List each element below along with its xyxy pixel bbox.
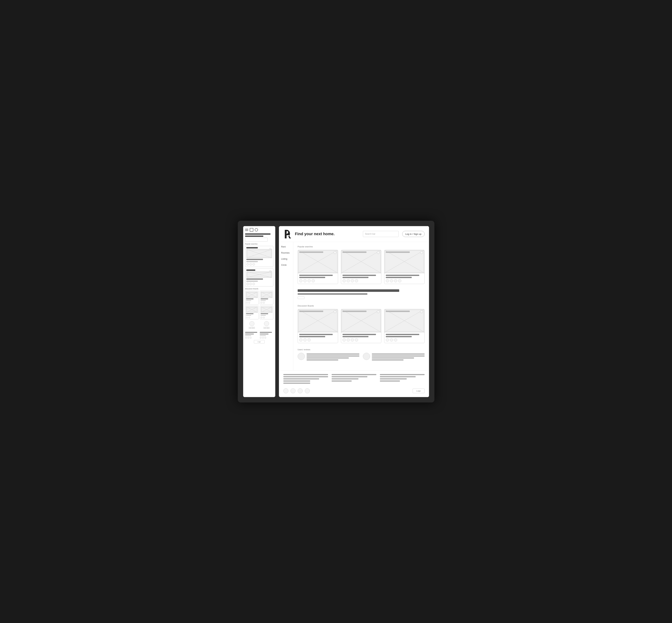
mobile-discussion-cards	[245, 291, 273, 319]
social-icon-1[interactable]	[283, 388, 288, 393]
disc-card-1	[245, 291, 259, 304]
mobile-logo: Logo	[245, 340, 273, 344]
nav-item-listing[interactable]: Listing	[281, 258, 291, 260]
disc-card-4	[260, 306, 273, 319]
disc-desktop-img-3	[384, 309, 425, 332]
popular-card-1	[298, 250, 338, 284]
review-item-2	[363, 353, 425, 361]
social-icon-3[interactable]	[298, 388, 303, 393]
header-tagline: Find your next home.	[295, 232, 359, 236]
header-search-bar[interactable]: Search bar	[363, 231, 399, 237]
avatar2-dot-2	[250, 283, 252, 285]
disc-desktop-img-2	[341, 309, 381, 332]
disc-card-3	[245, 306, 259, 319]
lorem-item-2: Lorem ipsum Lorem ipsum	[260, 321, 273, 329]
footer-bottom: Logo	[283, 388, 425, 393]
popular-card-img-2	[341, 250, 381, 273]
avatar-dot-1	[246, 263, 249, 266]
square-icon	[250, 228, 253, 232]
desktop-nav: Rent Roomies Listing Circle	[279, 242, 293, 370]
card-circles	[246, 263, 272, 266]
review-item-1	[298, 353, 359, 361]
card-image-2	[246, 271, 272, 278]
mobile-footer-col-1	[245, 332, 259, 339]
lorem-sub-1: Lorem ipsum	[245, 328, 259, 329]
desktop-panel: Find your next home. Search bar Log in /…	[279, 226, 429, 397]
nav-item-roomies[interactable]: Roomies	[281, 251, 291, 254]
lorem-section: Lorem ipsum Lorem ipsum Lorem ipsum Lore…	[245, 321, 273, 329]
logo-icon	[283, 229, 291, 239]
discussion-boards-grid	[298, 309, 425, 343]
desktop-header: Find your next home. Search bar Log in /…	[279, 226, 429, 242]
lorem-sub-2: Lorem ipsum	[260, 328, 273, 329]
lorem-avatar-2	[264, 321, 269, 326]
reviews-grid	[298, 353, 425, 361]
popular-card-3	[384, 250, 425, 284]
cta-subline	[298, 293, 368, 295]
cta-button[interactable]	[298, 296, 304, 299]
disc-desktop-card-2	[341, 309, 381, 343]
reviews-section	[298, 353, 425, 361]
disc-img-3	[246, 306, 258, 313]
mobile-logo-btn: Logo	[254, 340, 265, 344]
footer-col-2	[332, 374, 376, 385]
desktop-body: Rent Roomies Listing Circle Popular sear…	[279, 242, 429, 370]
discussion-boards-title: Discussion Boards	[298, 305, 425, 307]
card2-desc-bar-2	[246, 280, 258, 282]
cta-headline	[298, 289, 399, 292]
footer-social-icons	[283, 388, 310, 393]
disc-desktop-card-1	[298, 309, 338, 343]
mobile-panel: Popular searches	[243, 226, 275, 397]
mobile-card-2	[245, 268, 273, 287]
header-login-button[interactable]: Log in / Sign up	[402, 231, 425, 237]
popular-searches-title: Popular searches	[298, 245, 425, 248]
footer-col-3	[380, 374, 425, 385]
footer-grid	[283, 374, 425, 385]
lorem-avatar-1	[250, 321, 254, 326]
nav-item-rent[interactable]: Rent	[281, 245, 291, 248]
mobile-footer-col-2	[260, 332, 273, 339]
mobile-footer: Logo	[245, 330, 273, 344]
avatar-dot-3	[253, 263, 255, 266]
mobile-search-input[interactable]	[245, 238, 268, 242]
popular-card-2	[341, 250, 381, 284]
avatar2-dot-1	[246, 283, 249, 285]
mobile-popular-label: Popular searches	[245, 243, 273, 245]
mobile-card-1	[245, 246, 273, 267]
disc-img-2	[261, 292, 272, 298]
footer-logo-button: Logo	[413, 388, 425, 393]
disc-img-1	[246, 292, 258, 298]
disc-desktop-card-3	[384, 309, 425, 343]
popular-card-img-3	[384, 250, 425, 273]
card2-desc-bar-1	[246, 278, 263, 280]
mobile-discussion-label: Discussion Boards	[245, 288, 273, 290]
card-image-1	[246, 249, 272, 258]
footer-col-1	[283, 374, 328, 385]
desktop-main: Popular searches	[293, 242, 429, 370]
nav-item-circle[interactable]: Circle	[281, 264, 291, 266]
review-avatar-2	[363, 353, 370, 360]
outer-frame: Popular searches	[238, 221, 434, 403]
card-desc-bar-1	[246, 259, 263, 260]
title-bar-2	[245, 236, 264, 237]
mobile-top-bar	[245, 228, 273, 232]
mobile-footer-cols	[245, 332, 273, 339]
disc-desktop-img-1	[298, 309, 338, 332]
popular-card-img-1	[298, 250, 338, 273]
lorem-item-1: Lorem ipsum Lorem ipsum	[245, 321, 259, 329]
circle-icon	[255, 228, 258, 232]
card2-title-bar	[246, 269, 255, 271]
card-desc-bar-2	[246, 261, 258, 262]
avatar-dot-2	[250, 263, 252, 266]
desktop-footer: Logo	[279, 370, 429, 397]
social-icon-2[interactable]	[291, 388, 295, 393]
avatar2-dot-3	[253, 283, 255, 285]
hamburger-icon[interactable]	[245, 229, 248, 231]
cta-section	[298, 289, 425, 300]
disc-card-2	[260, 291, 273, 304]
social-icon-4[interactable]	[305, 388, 310, 393]
card-title-bar	[246, 247, 258, 248]
reviews-title: Users' reviews	[298, 349, 425, 351]
mobile-title-section	[245, 233, 273, 242]
popular-searches-grid	[298, 250, 425, 284]
